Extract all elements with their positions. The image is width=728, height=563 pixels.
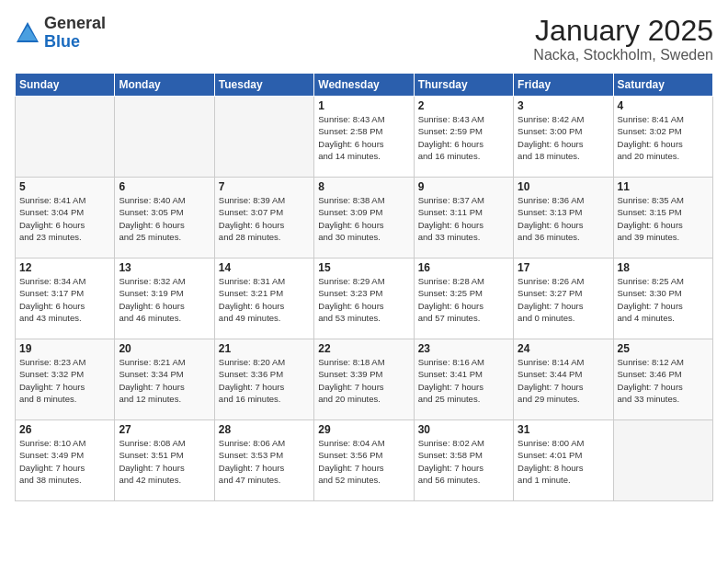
header-saturday: Saturday: [613, 74, 712, 97]
day-info: Sunrise: 8:12 AM Sunset: 3:46 PM Dayligh…: [618, 356, 709, 405]
day-number: 25: [618, 342, 709, 355]
calendar-cell: 31Sunrise: 8:00 AM Sunset: 4:01 PM Dayli…: [514, 420, 613, 501]
day-number: 28: [219, 423, 310, 436]
day-number: 16: [418, 261, 509, 274]
day-info: Sunrise: 8:08 AM Sunset: 3:51 PM Dayligh…: [119, 437, 210, 486]
calendar-cell: 15Sunrise: 8:29 AM Sunset: 3:23 PM Dayli…: [314, 259, 414, 339]
day-info: Sunrise: 8:02 AM Sunset: 3:58 PM Dayligh…: [418, 437, 509, 486]
day-info: Sunrise: 8:10 AM Sunset: 3:49 PM Dayligh…: [19, 437, 110, 486]
calendar-cell: 29Sunrise: 8:04 AM Sunset: 3:56 PM Dayli…: [314, 420, 414, 501]
calendar-cell: 30Sunrise: 8:02 AM Sunset: 3:58 PM Dayli…: [414, 420, 513, 501]
calendar-cell: 7Sunrise: 8:39 AM Sunset: 3:07 PM Daylig…: [214, 178, 313, 259]
day-number: 20: [119, 342, 210, 355]
day-info: Sunrise: 8:14 AM Sunset: 3:44 PM Dayligh…: [518, 356, 609, 405]
day-number: 31: [518, 423, 609, 436]
day-info: Sunrise: 8:34 AM Sunset: 3:17 PM Dayligh…: [19, 275, 110, 324]
day-info: Sunrise: 8:16 AM Sunset: 3:41 PM Dayligh…: [418, 356, 509, 405]
calendar-cell: 5Sunrise: 8:41 AM Sunset: 3:04 PM Daylig…: [16, 178, 115, 259]
calendar-cell: 27Sunrise: 8:08 AM Sunset: 3:51 PM Dayli…: [115, 420, 214, 501]
calendar-cell: 22Sunrise: 8:18 AM Sunset: 3:39 PM Dayli…: [314, 339, 414, 420]
calendar-cell: 26Sunrise: 8:10 AM Sunset: 3:49 PM Dayli…: [16, 420, 115, 501]
day-info: Sunrise: 8:36 AM Sunset: 3:13 PM Dayligh…: [518, 194, 609, 243]
calendar-cell: 3Sunrise: 8:42 AM Sunset: 3:00 PM Daylig…: [514, 97, 613, 178]
day-number: 9: [418, 180, 509, 193]
day-info: Sunrise: 8:41 AM Sunset: 3:04 PM Dayligh…: [19, 194, 110, 243]
day-number: 14: [219, 261, 310, 274]
day-info: Sunrise: 8:00 AM Sunset: 4:01 PM Dayligh…: [518, 437, 609, 486]
calendar-week-3: 19Sunrise: 8:23 AM Sunset: 3:32 PM Dayli…: [16, 339, 713, 420]
calendar-cell: [214, 97, 313, 178]
day-number: 22: [318, 342, 409, 355]
day-number: 29: [318, 423, 409, 436]
calendar-cell: [115, 97, 214, 178]
header-tuesday: Tuesday: [214, 74, 313, 97]
calendar-cell: 11Sunrise: 8:35 AM Sunset: 3:15 PM Dayli…: [613, 178, 712, 259]
calendar-cell: 13Sunrise: 8:32 AM Sunset: 3:19 PM Dayli…: [115, 259, 214, 339]
day-info: Sunrise: 8:06 AM Sunset: 3:53 PM Dayligh…: [219, 437, 310, 486]
day-info: Sunrise: 8:20 AM Sunset: 3:36 PM Dayligh…: [219, 356, 310, 405]
calendar-cell: 8Sunrise: 8:38 AM Sunset: 3:09 PM Daylig…: [314, 178, 414, 259]
day-number: 8: [318, 180, 409, 193]
calendar-cell: 6Sunrise: 8:40 AM Sunset: 3:05 PM Daylig…: [115, 178, 214, 259]
svg-marker-1: [18, 26, 37, 40]
header-wednesday: Wednesday: [314, 74, 414, 97]
day-number: 26: [19, 423, 110, 436]
calendar: Sunday Monday Tuesday Wednesday Thursday…: [15, 73, 713, 501]
calendar-week-0: 1Sunrise: 8:43 AM Sunset: 2:58 PM Daylig…: [16, 97, 713, 178]
day-number: 23: [418, 342, 509, 355]
day-number: 3: [518, 99, 609, 112]
day-number: 18: [618, 261, 709, 274]
day-number: 7: [219, 180, 310, 193]
calendar-cell: 2Sunrise: 8:43 AM Sunset: 2:59 PM Daylig…: [414, 97, 513, 178]
calendar-cell: 20Sunrise: 8:21 AM Sunset: 3:34 PM Dayli…: [115, 339, 214, 420]
day-number: 19: [19, 342, 110, 355]
logo-icon: [15, 20, 40, 46]
day-info: Sunrise: 8:38 AM Sunset: 3:09 PM Dayligh…: [318, 194, 409, 243]
calendar-week-1: 5Sunrise: 8:41 AM Sunset: 3:04 PM Daylig…: [16, 178, 713, 259]
day-number: 6: [119, 180, 210, 193]
calendar-cell: 4Sunrise: 8:41 AM Sunset: 3:02 PM Daylig…: [613, 97, 712, 178]
day-number: 24: [518, 342, 609, 355]
calendar-cell: 25Sunrise: 8:12 AM Sunset: 3:46 PM Dayli…: [613, 339, 712, 420]
calendar-cell: 17Sunrise: 8:26 AM Sunset: 3:27 PM Dayli…: [514, 259, 613, 339]
day-info: Sunrise: 8:18 AM Sunset: 3:39 PM Dayligh…: [318, 356, 409, 405]
calendar-cell: 14Sunrise: 8:31 AM Sunset: 3:21 PM Dayli…: [214, 259, 313, 339]
day-info: Sunrise: 8:32 AM Sunset: 3:19 PM Dayligh…: [119, 275, 210, 324]
logo: General Blue: [15, 15, 106, 52]
day-number: 21: [219, 342, 310, 355]
calendar-cell: 24Sunrise: 8:14 AM Sunset: 3:44 PM Dayli…: [514, 339, 613, 420]
calendar-week-4: 26Sunrise: 8:10 AM Sunset: 3:49 PM Dayli…: [16, 420, 713, 501]
day-info: Sunrise: 8:21 AM Sunset: 3:34 PM Dayligh…: [119, 356, 210, 405]
calendar-cell: 18Sunrise: 8:25 AM Sunset: 3:30 PM Dayli…: [613, 259, 712, 339]
calendar-cell: 9Sunrise: 8:37 AM Sunset: 3:11 PM Daylig…: [414, 178, 513, 259]
logo-blue: Blue: [44, 32, 80, 51]
day-info: Sunrise: 8:40 AM Sunset: 3:05 PM Dayligh…: [119, 194, 210, 243]
day-info: Sunrise: 8:41 AM Sunset: 3:02 PM Dayligh…: [618, 113, 709, 162]
day-number: 4: [618, 99, 709, 112]
header-sunday: Sunday: [16, 74, 115, 97]
calendar-cell: 16Sunrise: 8:28 AM Sunset: 3:25 PM Dayli…: [414, 259, 513, 339]
calendar-cell: 10Sunrise: 8:36 AM Sunset: 3:13 PM Dayli…: [514, 178, 613, 259]
title-location: Nacka, Stockholm, Sweden: [533, 47, 713, 63]
day-info: Sunrise: 8:37 AM Sunset: 3:11 PM Dayligh…: [418, 194, 509, 243]
calendar-cell: 23Sunrise: 8:16 AM Sunset: 3:41 PM Dayli…: [414, 339, 513, 420]
day-number: 10: [518, 180, 609, 193]
header-monday: Monday: [115, 74, 214, 97]
day-number: 5: [19, 180, 110, 193]
logo-text: General Blue: [44, 15, 106, 52]
day-info: Sunrise: 8:42 AM Sunset: 3:00 PM Dayligh…: [518, 113, 609, 162]
header-friday: Friday: [514, 74, 613, 97]
calendar-cell: 28Sunrise: 8:06 AM Sunset: 3:53 PM Dayli…: [214, 420, 313, 501]
day-info: Sunrise: 8:04 AM Sunset: 3:56 PM Dayligh…: [318, 437, 409, 486]
day-number: 1: [318, 99, 409, 112]
day-info: Sunrise: 8:43 AM Sunset: 2:59 PM Dayligh…: [418, 113, 509, 162]
day-number: 15: [318, 261, 409, 274]
title-block: January 2025 Nacka, Stockholm, Sweden: [533, 15, 713, 63]
day-info: Sunrise: 8:35 AM Sunset: 3:15 PM Dayligh…: [618, 194, 709, 243]
page: General Blue January 2025 Nacka, Stockho…: [0, 0, 728, 563]
day-number: 12: [19, 261, 110, 274]
day-number: 27: [119, 423, 210, 436]
day-info: Sunrise: 8:31 AM Sunset: 3:21 PM Dayligh…: [219, 275, 310, 324]
day-info: Sunrise: 8:29 AM Sunset: 3:23 PM Dayligh…: [318, 275, 409, 324]
day-number: 13: [119, 261, 210, 274]
